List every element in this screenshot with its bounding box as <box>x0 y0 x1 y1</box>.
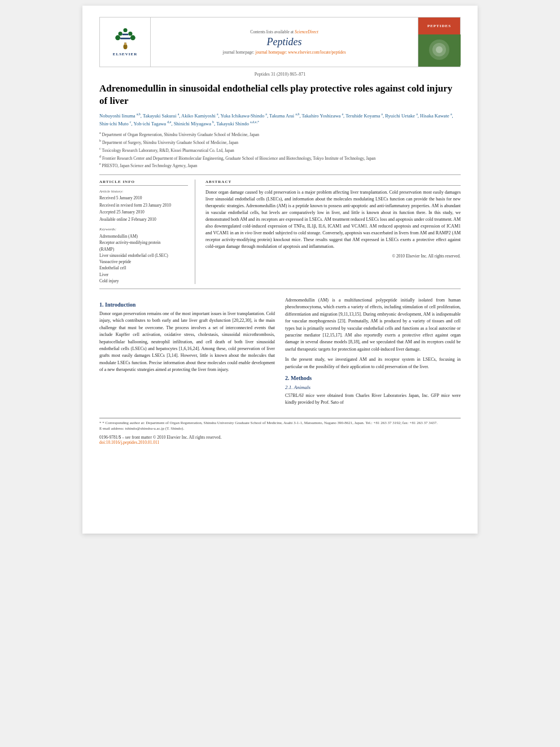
abstract-column: Abstract Donor organ damage caused by co… <box>205 180 461 284</box>
svg-point-10 <box>124 42 126 45</box>
body-content: 1. Introduction Donor organ preservation… <box>99 297 461 410</box>
section2-subsection: 2.1. Animals <box>285 385 461 390</box>
svg-point-9 <box>123 44 127 49</box>
affiliations: a Department of Organ Regeneration, Shin… <box>99 130 461 169</box>
accepted-date: Accepted 25 January 2010 <box>99 209 188 216</box>
svg-rect-1 <box>120 38 130 40</box>
journal-homepage: journal homepage: journal homepage: www.… <box>222 50 345 55</box>
svg-point-4 <box>115 35 120 40</box>
article-info-abstract: Article Info Article history: Received 5… <box>99 180 461 284</box>
elsevier-logo-section: ELSEVIER <box>100 18 151 67</box>
svg-point-8 <box>123 28 127 32</box>
footnote-asterisk: * * Corresponding author at: Department … <box>99 421 461 426</box>
revised-date: Received in revised form 23 January 2010 <box>99 203 188 209</box>
keyword-5: Endothelial cell <box>99 265 188 271</box>
history-label: Article history: <box>99 189 188 194</box>
received-date: Received 5 January 2010 <box>99 195 188 202</box>
sciencedirect-line: Contents lists available at ScienceDirec… <box>250 29 318 34</box>
footer-divider <box>99 418 461 418</box>
abstract-text: Donor organ damage caused by cold preser… <box>205 189 461 250</box>
svg-point-14 <box>436 46 443 53</box>
cover-title-bar: PEPTIDES <box>418 18 460 34</box>
body-left-column: 1. Introduction Donor organ preservation… <box>99 297 275 410</box>
keyword-2: Receptor activity-modifying protein(RAMP… <box>99 239 188 252</box>
keyword-4: Vasoactive peptide <box>99 259 188 265</box>
keywords-label: Keywords: <box>99 227 188 231</box>
footnote: * * Corresponding author at: Department … <box>99 421 461 432</box>
available-date: Available online 2 February 2010 <box>99 217 188 223</box>
keyword-1: Adrenomedullin (AM) <box>99 233 188 239</box>
footnote-email: E-mail address: tshindo@shinshu-u.ac.jp … <box>99 426 461 432</box>
section1-title: 1. Introduction <box>99 302 275 308</box>
cover-image <box>418 34 460 67</box>
doi-link[interactable]: doi:10.1016/j.peptides.2010.01.011 <box>99 440 159 445</box>
article-title: Adrenomedullin in sinusoidal endothelial… <box>99 82 461 107</box>
svg-point-6 <box>118 32 122 36</box>
article-info-header: Article Info <box>99 180 188 186</box>
cover-svg <box>418 34 461 65</box>
abstract-header: Abstract <box>205 180 461 186</box>
article-info-column: Article Info Article history: Received 5… <box>99 180 195 284</box>
keyword-7: Cold injury <box>99 278 188 284</box>
svg-rect-2 <box>122 34 128 36</box>
section-divider <box>99 174 461 175</box>
journal-cover-thumbnail: PEPTIDES <box>418 18 460 67</box>
elsevier-text: ELSEVIER <box>113 52 137 56</box>
elsevier-graphic <box>108 28 142 50</box>
body-divider <box>99 289 461 289</box>
svg-point-7 <box>128 32 132 36</box>
section2-title: 2. Methods <box>285 375 461 381</box>
journal-ref: Peptides 31 (2010) 865–871 <box>99 72 461 77</box>
keyword-6: Liver <box>99 272 188 278</box>
journal-title: Peptides <box>267 36 302 48</box>
section1-right-body: Adrenomedullin (AM) is a multifunctional… <box>285 297 461 370</box>
sciencedirect-link[interactable]: ScienceDirect <box>295 29 318 34</box>
keywords-section: Keywords: Adrenomedullin (AM) Receptor a… <box>99 227 188 284</box>
journal-header: ELSEVIER Contents lists available at Sci… <box>99 17 461 67</box>
authors: Nobuyoshi Iinuma a,b, Takayuki Sakurai a… <box>99 112 461 127</box>
keyword-3: Liver sinusoidal endothelial cell (LSEC) <box>99 252 188 259</box>
svg-point-5 <box>130 35 135 40</box>
article-page: ELSEVIER Contents lists available at Sci… <box>82 6 478 534</box>
section2-body: C57BL/6J mice were obtained from Charles… <box>285 392 461 407</box>
body-right-column: Adrenomedullin (AM) is a multifunctional… <box>285 297 461 410</box>
section1-body: Donor organ preservation remains one of … <box>99 311 275 374</box>
doi-line: 0196-9781/$ – see front matter © 2010 El… <box>99 435 461 445</box>
cover-journal-label: PEPTIDES <box>427 24 451 28</box>
journal-info-center: Contents lists available at ScienceDirec… <box>151 18 418 67</box>
copyright: © 2010 Elsevier Inc. All rights reserved… <box>205 254 461 259</box>
